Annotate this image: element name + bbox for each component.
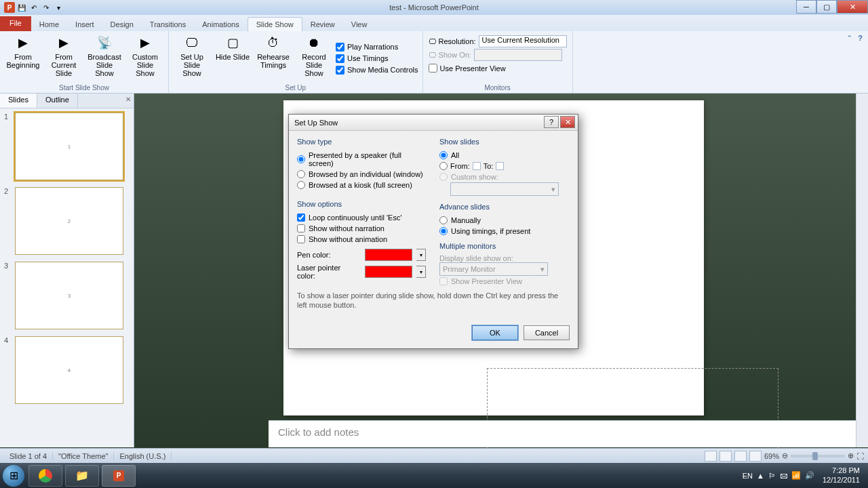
panel-close-icon[interactable]: ✕ xyxy=(125,96,131,103)
tab-insert[interactable]: Insert xyxy=(67,18,102,31)
laser-color-dropdown[interactable]: ▾ xyxy=(416,266,426,278)
zoom-in-button[interactable]: ⊕ xyxy=(848,451,854,460)
to-input[interactable] xyxy=(496,162,504,170)
setup-show-button[interactable]: 🖵Set Up Slide Show xyxy=(173,34,211,83)
file-tab[interactable]: File xyxy=(0,16,31,31)
tray-network-icon[interactable]: ▲ xyxy=(757,472,764,480)
manually-radio[interactable]: Manually xyxy=(439,215,568,226)
from-input[interactable] xyxy=(473,162,481,170)
slide-thumb-2[interactable]: 2 xyxy=(15,187,123,255)
monitor-icon: 🖵 xyxy=(429,51,436,59)
fit-button[interactable]: ⛶ xyxy=(856,452,864,460)
resolution-select[interactable]: Use Current Resolution xyxy=(479,35,567,47)
zoom-level[interactable]: 69% xyxy=(764,452,779,460)
chrome-icon xyxy=(39,469,52,483)
undo-icon[interactable]: ↶ xyxy=(28,2,39,13)
slide-thumb-1[interactable]: 1 xyxy=(15,113,123,180)
dialog-help-button[interactable]: ? xyxy=(544,116,559,128)
zoom-slider[interactable] xyxy=(791,455,845,458)
show-presenter-check: Show Presenter View xyxy=(439,276,568,287)
language[interactable]: English (U.S.) xyxy=(114,452,172,460)
cancel-button[interactable]: Cancel xyxy=(524,325,570,340)
minimize-button[interactable]: ─ xyxy=(796,0,816,14)
broadcast-button[interactable]: 📡Broadcast Slide Show xyxy=(85,34,123,83)
notes-pane[interactable]: Click to add notes xyxy=(269,420,856,447)
using-timings-radio[interactable]: Using timings, if present xyxy=(439,226,568,237)
laser-color-swatch[interactable] xyxy=(365,266,412,278)
close-button[interactable]: ✕ xyxy=(837,0,868,14)
powerpoint-taskbar-button[interactable]: P xyxy=(102,465,136,487)
ribbon-tabs: File Home Insert Design Transitions Anim… xyxy=(0,15,868,31)
dialog-titlebar[interactable]: Set Up Show ? ✕ xyxy=(289,115,578,131)
slideshow-view-button[interactable] xyxy=(749,451,762,462)
quick-access-toolbar: P 💾 ↶ ↷ ▾ xyxy=(0,1,68,14)
no-animation-check[interactable]: Show without animation xyxy=(297,234,426,245)
chrome-taskbar-button[interactable] xyxy=(28,465,62,487)
group-start: Start Slide Show xyxy=(4,83,164,92)
rehearse-button[interactable]: ⏱Rehearse Timings xyxy=(254,34,292,83)
minimize-ribbon-icon[interactable]: ⌃ xyxy=(846,34,852,43)
dialog-hint: To show a laser pointer during slide sho… xyxy=(297,287,570,314)
pen-color-label: Pen color: xyxy=(297,251,361,259)
show-media-check[interactable]: Show Media Controls xyxy=(336,64,418,76)
tray-flag-icon[interactable]: 🏳 xyxy=(768,472,776,480)
status-bar: Slide 1 of 4 "Office Theme" English (U.S… xyxy=(0,448,868,463)
use-timings-check[interactable]: Use Timings xyxy=(336,53,418,64)
taskbar: ⊞ 📁 P EN ▲ 🏳 🖂 📶 🔊 7:28 PM12/12/2011 xyxy=(0,463,868,488)
loop-check[interactable]: Loop continuously until 'Esc' xyxy=(297,212,426,223)
tab-home[interactable]: Home xyxy=(31,18,67,31)
help-icon[interactable]: ? xyxy=(858,34,863,43)
hide-slide-button[interactable]: ▢Hide Slide xyxy=(214,34,252,83)
record-button[interactable]: ⏺Record Slide Show xyxy=(295,34,333,83)
from-beginning-button[interactable]: ▶From Beginning xyxy=(4,34,42,83)
tray-clock[interactable]: 7:28 PM12/12/2011 xyxy=(818,466,864,484)
from-radio[interactable] xyxy=(439,162,448,170)
no-narration-check[interactable]: Show without narration xyxy=(297,223,426,234)
from-beginning-icon: ▶ xyxy=(12,35,34,52)
slides-tab[interactable]: Slides xyxy=(0,94,37,108)
tray-action-icon[interactable]: 🖂 xyxy=(780,472,787,480)
maximize-button[interactable]: ▢ xyxy=(816,0,837,14)
reading-view-button[interactable] xyxy=(734,451,747,462)
tray-wifi-icon[interactable]: 📶 xyxy=(791,471,801,480)
qat-dropdown-icon[interactable]: ▾ xyxy=(53,2,64,13)
tray-volume-icon[interactable]: 🔊 xyxy=(805,471,814,480)
sorter-view-button[interactable] xyxy=(719,451,732,462)
presented-radio[interactable]: Presented by a speaker (full screen) xyxy=(297,150,426,169)
browsed-kiosk-radio[interactable]: Browsed at a kiosk (full screen) xyxy=(297,180,426,190)
browsed-individual-radio[interactable]: Browsed by an individual (window) xyxy=(297,169,426,180)
title-bar: P 💾 ↶ ↷ ▾ test - Microsoft PowerPoint ─ … xyxy=(0,0,868,15)
zoom-out-button[interactable]: ⊖ xyxy=(782,451,788,460)
dialog-close-button[interactable]: ✕ xyxy=(560,116,575,128)
pen-color-swatch[interactable] xyxy=(365,249,412,261)
theme-name: "Office Theme" xyxy=(53,452,114,460)
show-type-label: Show type xyxy=(297,138,426,146)
tab-design[interactable]: Design xyxy=(102,18,142,31)
monitor-icon: 🖵 xyxy=(429,37,436,45)
tray-lang[interactable]: EN xyxy=(743,472,753,480)
slide-thumb-4[interactable]: 4 xyxy=(15,336,123,404)
all-radio[interactable]: All xyxy=(439,150,568,161)
group-monitors: Monitors xyxy=(427,83,568,92)
start-button[interactable]: ⊞ xyxy=(0,463,27,488)
explorer-taskbar-button[interactable]: 📁 xyxy=(65,465,99,487)
outline-tab[interactable]: Outline xyxy=(37,94,78,108)
from-current-button[interactable]: ▶From Current Slide xyxy=(45,34,83,83)
normal-view-button[interactable] xyxy=(705,451,717,462)
save-icon[interactable]: 💾 xyxy=(16,2,27,13)
vertical-scrollbar[interactable] xyxy=(856,94,868,447)
monitor-combo: Primary Monitor▾ xyxy=(439,262,548,276)
tab-animations[interactable]: Animations xyxy=(194,18,247,31)
custom-show-button[interactable]: ▶Custom Slide Show xyxy=(126,34,164,83)
ok-button[interactable]: OK xyxy=(472,325,518,340)
play-narrations-check[interactable]: Play Narrations xyxy=(336,41,418,53)
tab-view[interactable]: View xyxy=(343,18,376,31)
presenter-view-check[interactable]: Use Presenter View xyxy=(429,62,567,74)
redo-icon[interactable]: ↷ xyxy=(41,2,52,13)
tab-review[interactable]: Review xyxy=(302,18,343,31)
tab-slideshow[interactable]: Slide Show xyxy=(248,17,302,31)
pen-color-dropdown[interactable]: ▾ xyxy=(416,249,426,261)
from-current-icon: ▶ xyxy=(53,35,75,52)
slide-thumb-3[interactable]: 3 xyxy=(15,262,123,329)
tab-transitions[interactable]: Transitions xyxy=(142,18,194,31)
